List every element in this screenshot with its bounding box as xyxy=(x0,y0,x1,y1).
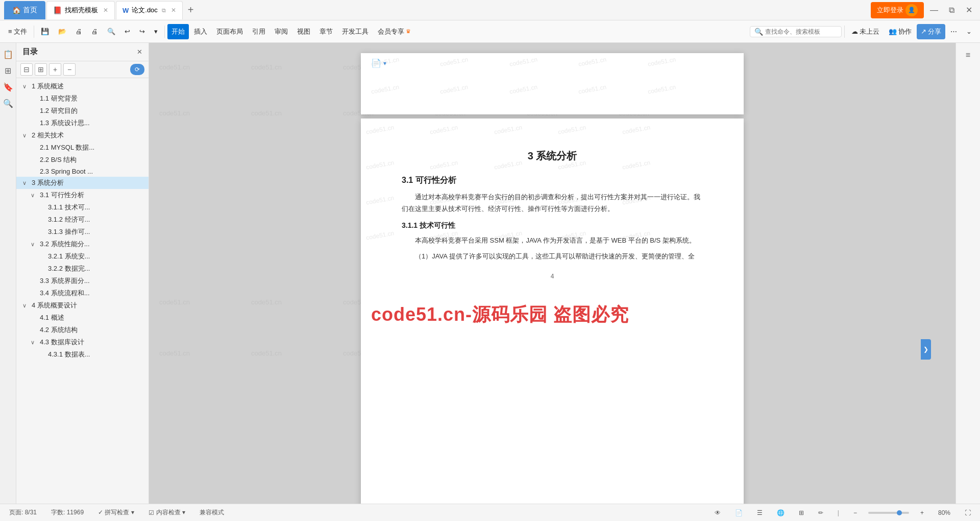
toc-label-3: 3 系统分析 xyxy=(32,178,64,187)
toc-add[interactable]: + xyxy=(49,63,61,76)
doc-header-dropdown[interactable]: ▾ xyxy=(383,60,386,67)
toc-item-4[interactable]: ∨ 4 系统概要设计 xyxy=(16,299,149,312)
toc-item-4-1[interactable]: 4.1 概述 xyxy=(16,312,149,324)
file-menu[interactable]: ≡ 文件 xyxy=(4,24,31,39)
toc-item-3-2[interactable]: ∨ 3.2 系统性能分... xyxy=(16,238,149,250)
toc-sync-btn[interactable]: ⟳ xyxy=(130,64,144,75)
toolbar-redo[interactable]: ↪ xyxy=(135,24,149,39)
toc-item-2[interactable]: ∨ 2 相关技术 xyxy=(16,129,149,141)
toc-label-4: 4 系统概要设计 xyxy=(32,301,77,310)
toolbar-references[interactable]: 引用 xyxy=(248,24,270,39)
toc-item-3-1[interactable]: ∨ 3.1 可行性分析 xyxy=(16,189,149,201)
new-tab-button[interactable]: + xyxy=(184,4,198,16)
toc-item-3-1-1[interactable]: 3.1.1 技术可... xyxy=(16,201,149,214)
toolbar-member[interactable]: 会员专享 ♛ xyxy=(374,24,415,39)
spell-check-btn[interactable]: ✓ 拼写检查 ▾ xyxy=(95,507,137,518)
share-btn[interactable]: ↗ 分享 xyxy=(917,24,945,39)
toc-label-3-1: 3.1 可行性分析 xyxy=(40,191,84,200)
toc-item-3[interactable]: ∨ 3 系统分析 xyxy=(16,177,149,189)
fit-page-btn[interactable]: ⛶ xyxy=(962,508,974,517)
cloud-btn[interactable]: ☁ 未上云 xyxy=(847,24,884,39)
toc-item-1-2[interactable]: 1.2 研究目的 xyxy=(16,105,149,117)
toc-item-1[interactable]: ∨ 1 系统概述 xyxy=(16,80,149,92)
search-side-btn[interactable]: 🔍 xyxy=(1,96,15,110)
toc-item-4-3[interactable]: ∨ 4.3 数据库设计 xyxy=(16,336,149,348)
toolbar-chapter[interactable]: 章节 xyxy=(315,24,337,39)
read-mode-icon[interactable]: 👁 xyxy=(712,508,724,517)
focus-mode-icon[interactable]: ⊞ xyxy=(796,508,807,517)
slides-btn[interactable]: ⊞ xyxy=(1,63,15,78)
toolbar-start[interactable]: 开始 xyxy=(167,24,189,39)
page-info[interactable]: 页面: 8/31 xyxy=(6,507,40,518)
toolbar-dev[interactable]: 开发工具 xyxy=(338,24,373,39)
document-scroll[interactable]: code51.cn code51.cn code51.cn code51.cn … xyxy=(149,43,955,504)
toc-item-4-2[interactable]: 4.2 系统结构 xyxy=(16,324,149,336)
toc-tree: ∨ 1 系统概述 1.1 研究背景 1.2 研究目的 1.3 系统设计思... … xyxy=(16,78,149,504)
toc-collapse-all[interactable]: ⊟ xyxy=(20,63,33,76)
expand-icon-3-2: ∨ xyxy=(31,241,38,248)
toc-item-2-3[interactable]: 2.3 Spring Boot ... xyxy=(16,166,149,177)
toolbar-search-box[interactable]: 🔍 xyxy=(750,26,842,37)
sidebar-close-btn[interactable]: ✕ xyxy=(137,48,142,56)
minimize-button[interactable]: — xyxy=(927,3,941,17)
toc-expand-all[interactable]: ⊞ xyxy=(35,63,47,76)
toc-item-3-3[interactable]: 3.3 系统界面分... xyxy=(16,275,149,287)
zoom-thumb[interactable] xyxy=(897,510,902,515)
toc-item-2-1[interactable]: 2.1 MYSQL 数据... xyxy=(16,141,149,154)
content-check-btn[interactable]: ☑ 内容检查 ▾ xyxy=(145,507,188,518)
web-mode-icon[interactable]: 🌐 xyxy=(774,508,788,517)
doc-header-icon[interactable]: 📄 xyxy=(371,58,381,68)
tab-home[interactable]: 🏠 首页 xyxy=(4,1,45,19)
expand-btn[interactable]: ⌄ xyxy=(962,24,976,39)
annotation-icon[interactable]: ✏ xyxy=(815,508,826,517)
tab-doc-restore[interactable]: ⧉ xyxy=(162,7,166,14)
toolbar-save[interactable]: 💾 xyxy=(37,24,53,39)
more-menu-btn[interactable]: ⋯ xyxy=(946,24,961,39)
toc-label-3-2: 3.2 系统性能分... xyxy=(40,240,90,249)
close-button[interactable]: ✕ xyxy=(962,3,976,17)
toolbar-divider-1 xyxy=(34,26,34,38)
toc-item-1-3[interactable]: 1.3 系统设计思... xyxy=(16,117,149,129)
toolbar-more[interactable]: ▾ xyxy=(150,24,162,39)
toolbar-print[interactable]: 🖨 xyxy=(87,24,102,39)
word-count[interactable]: 字数: 11969 xyxy=(48,507,87,518)
right-panel-expand-btn[interactable]: ❯ xyxy=(921,339,931,360)
toc-item-2-2[interactable]: 2.2 B/S 结构 xyxy=(16,154,149,166)
tab-daoke[interactable]: 📕 找稻壳模板 ✕ xyxy=(46,1,115,19)
toolbar-zoom[interactable]: 🔍 xyxy=(103,24,119,39)
toolbar-insert[interactable]: 插入 xyxy=(190,24,211,39)
zoom-slider[interactable] xyxy=(868,512,909,514)
zoom-out-btn[interactable]: − xyxy=(850,508,860,517)
toolbar-view[interactable]: 视图 xyxy=(293,24,314,39)
toolbar-page-layout[interactable]: 页面布局 xyxy=(212,24,247,39)
zoom-level[interactable]: 80% xyxy=(935,508,953,517)
toc-item-4-3-1[interactable]: 4.3.1 数据表... xyxy=(16,348,149,361)
toolbar-review[interactable]: 审阅 xyxy=(271,24,292,39)
tab-daoke-close[interactable]: ✕ xyxy=(103,7,108,14)
outline-mode-icon[interactable]: ☰ xyxy=(754,508,766,517)
print-mode-icon[interactable]: 📄 xyxy=(732,508,746,517)
toolbar-open[interactable]: 📂 xyxy=(54,24,70,39)
toc-item-3-1-3[interactable]: 3.1.3 操作可... xyxy=(16,226,149,238)
toc-toggle-btn[interactable]: 📋 xyxy=(1,47,15,61)
toc-item-3-2-2[interactable]: 3.2.2 数据完... xyxy=(16,263,149,275)
toolbar-print-prev[interactable]: 🖨 xyxy=(71,24,86,39)
toc-label-1-3: 1.3 系统设计思... xyxy=(40,119,90,128)
search-input[interactable] xyxy=(765,28,837,35)
compat-mode[interactable]: 兼容模式 xyxy=(197,507,227,518)
login-button[interactable]: 立即登录 👤 xyxy=(871,2,924,18)
toolbar-undo[interactable]: ↩ xyxy=(120,24,134,39)
right-sidebar-btn-1[interactable]: ≡ xyxy=(960,47,976,63)
maximize-button[interactable]: ⧉ xyxy=(944,3,959,17)
toc-remove[interactable]: − xyxy=(63,63,76,76)
toc-label-4-1: 4.1 概述 xyxy=(40,313,64,322)
toc-item-3-2-1[interactable]: 3.2.1 系统安... xyxy=(16,250,149,263)
zoom-in-btn[interactable]: + xyxy=(917,508,927,517)
tab-doc-close[interactable]: ✕ xyxy=(171,7,176,14)
bookmark-btn[interactable]: 🔖 xyxy=(1,80,15,94)
collab-btn[interactable]: 👥 协作 xyxy=(885,24,916,39)
tab-doc[interactable]: W 论文.doc ⧉ ✕ xyxy=(116,1,183,19)
toc-item-3-1-2[interactable]: 3.1.2 经济可... xyxy=(16,214,149,226)
toc-item-3-4[interactable]: 3.4 系统流程和... xyxy=(16,287,149,299)
toc-item-1-1[interactable]: 1.1 研究背景 xyxy=(16,92,149,105)
